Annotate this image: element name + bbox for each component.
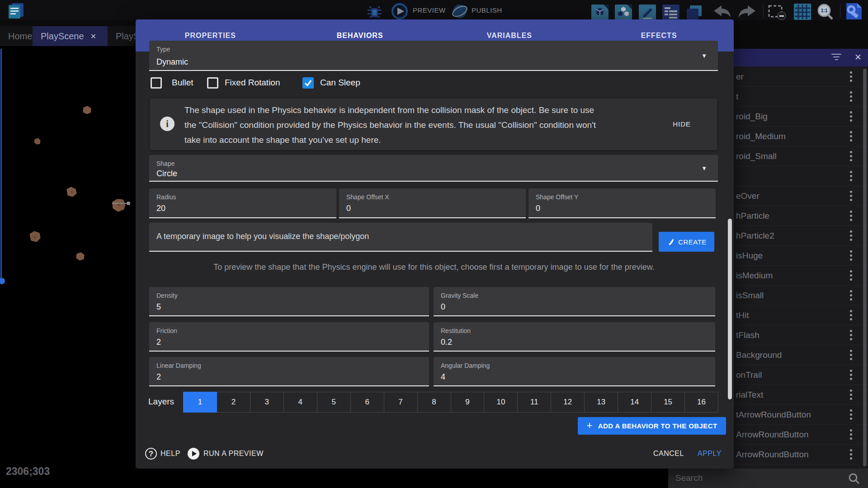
dialog-footer: ? HELP RUN A PREVIEW CANCEL APPLY [136,446,734,469]
item-menu-icon[interactable] [850,131,853,143]
add-behavior-button[interactable]: + ADD A BEHAVIOR TO THE OBJECT [578,417,726,435]
item-menu-icon[interactable] [850,171,853,183]
item-menu-icon[interactable] [850,429,853,441]
create-button[interactable]: CREATE [659,232,714,252]
cursor-coordinates: 2306;303 [6,465,50,478]
tab-close-icon[interactable]: ✕ [90,32,96,41]
item-menu-icon[interactable] [850,91,853,103]
help-button[interactable]: HELP [160,450,180,458]
run-preview-button[interactable]: RUN A PREVIEW [203,450,264,458]
check-icon [302,77,314,89]
can-sleep-checkbox[interactable] [302,77,314,89]
layer-button-7[interactable]: 7 [384,392,418,413]
search-input[interactable]: Search [675,473,703,483]
sidebar-scrollbar[interactable] [863,69,867,466]
item-menu-icon[interactable] [850,389,853,402]
object-search-bar[interactable]: Search [668,469,868,488]
density-field[interactable]: Density 5 [149,287,429,316]
item-menu-icon[interactable] [850,370,853,382]
linear-damping-field[interactable]: Linear Damping 2 [149,357,429,386]
project-manager-icon[interactable] [5,1,25,23]
run-preview-icon[interactable] [188,448,199,460]
brush-icon [666,238,674,246]
layer-button-6[interactable]: 6 [351,392,384,413]
preview-label[interactable]: PREVIEW [413,6,446,14]
item-menu-icon[interactable] [850,310,853,322]
item-menu-icon[interactable] [850,270,853,282]
shape-select[interactable]: Shape Circle ▼ [149,155,718,182]
friction-field[interactable]: Friction 2 [149,322,429,352]
tab-playscene[interactable]: PlayScene ✕ [33,26,108,46]
item-menu-icon[interactable] [850,230,853,243]
publish-icon[interactable] [451,3,468,22]
item-menu-icon[interactable] [850,350,853,362]
capture-selection-icon[interactable] [768,5,787,22]
item-menu-icon[interactable] [850,151,853,163]
item-menu-icon[interactable] [850,449,853,461]
filter-icon[interactable] [831,54,842,62]
grid-icon[interactable] [794,4,811,22]
app-window: PREVIEW PUBLISH [0,0,868,488]
bullet-checkbox[interactable] [151,77,162,89]
layer-button-15[interactable]: 15 [651,392,685,413]
layer-button-13[interactable]: 13 [585,392,618,413]
scene-guide-line [0,49,2,280]
layer-button-1[interactable]: 1 [183,392,217,413]
layers-row: Layers 1 2 3 4 5 6 7 8 9 10 11 12 13 14 … [136,392,734,413]
chevron-down-icon: ▼ [701,52,707,59]
cancel-button[interactable]: CANCEL [653,450,684,458]
dialog-scrollbar[interactable] [728,219,732,399]
radius-field[interactable]: Radius 20 [149,188,336,218]
preview-hint: To preview the shape that the Physics en… [163,263,705,272]
item-menu-icon[interactable] [850,290,853,302]
layer-button-5[interactable]: 5 [317,392,351,413]
search-icon [848,473,860,486]
info-text: The shape used in the Physics behavior i… [184,103,673,147]
scene-tools-icon[interactable] [844,2,863,22]
layer-button-2[interactable]: 2 [217,392,250,413]
fixed-rotation-checkbox[interactable] [207,77,218,89]
layer-button-11[interactable]: 11 [518,392,551,413]
item-menu-icon[interactable] [850,111,853,123]
layer-button-12[interactable]: 12 [551,392,585,413]
hide-button[interactable]: HIDE [673,120,691,128]
publish-label[interactable]: PUBLISH [472,6,502,14]
item-menu-icon[interactable] [850,211,853,223]
help-icon[interactable]: ? [145,448,157,460]
panel-close-icon[interactable]: ✕ [854,52,862,62]
shape-offset-x-field[interactable]: Shape Offset X 0 [339,188,526,218]
item-menu-icon[interactable] [850,191,853,203]
info-icon: i [160,117,175,131]
preview-icon[interactable] [391,3,408,22]
layer-button-10[interactable]: 10 [484,392,518,413]
top-toolbar: PREVIEW PUBLISH [0,0,868,20]
item-menu-icon[interactable] [850,71,853,84]
redo-icon[interactable] [737,5,758,21]
temp-image-field[interactable]: A temporary image to help you visualize … [149,223,652,252]
checkbox-row: Bullet Fixed Rotation Can Sleep [136,77,734,91]
asteroid-sprites [30,106,125,260]
info-box: i The shape used in the Physics behavior… [150,99,717,150]
plus-icon: + [587,420,593,432]
layer-button-4[interactable]: 4 [284,392,317,413]
layer-button-16[interactable]: 16 [685,392,718,413]
angular-damping-field[interactable]: Angular Damping 4 [434,357,715,386]
undo-icon[interactable] [712,5,732,21]
toolbar-separator [763,5,764,18]
shape-offset-y-field[interactable]: Shape Offset Y 0 [528,188,716,218]
layer-button-8[interactable]: 8 [418,392,451,413]
scene-guide-handle [0,278,5,284]
restitution-field[interactable]: Restitution 0.2 [434,322,715,352]
item-menu-icon[interactable] [850,409,853,422]
layer-button-3[interactable]: 3 [250,392,284,413]
layer-button-9[interactable]: 9 [451,392,485,413]
chevron-down-icon: ▼ [701,165,707,172]
layer-buttons: 1 2 3 4 5 6 7 8 9 10 11 12 13 14 15 16 [183,392,718,413]
zoom-1-1-icon[interactable]: 1:1 [816,3,835,23]
type-select[interactable]: Type Dynamic ▼ [149,41,718,71]
gravity-scale-field[interactable]: Gravity Scale 0 [434,287,715,316]
apply-button[interactable]: APPLY [698,450,722,458]
layer-button-14[interactable]: 14 [618,392,651,413]
item-menu-icon[interactable] [850,250,853,263]
item-menu-icon[interactable] [850,330,853,342]
